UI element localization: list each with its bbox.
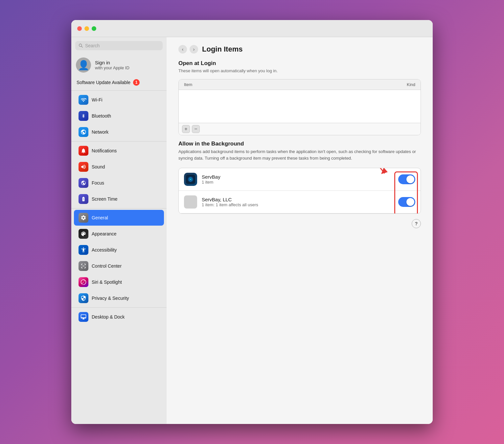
svg-point-3 xyxy=(190,179,191,180)
table-body xyxy=(179,90,421,123)
title-bar xyxy=(71,20,433,37)
back-button[interactable]: ‹ xyxy=(178,45,187,54)
svg-line-1 xyxy=(81,46,83,48)
search-box[interactable]: Search xyxy=(75,41,163,50)
screentime-icon xyxy=(79,194,88,204)
open-at-login-description: These items will open automatically when… xyxy=(178,68,421,74)
servbay-app-icon xyxy=(184,173,197,186)
avatar: 👤 xyxy=(76,57,91,73)
servbay-llc-icon xyxy=(184,195,197,209)
sidebar-divider-3 xyxy=(71,208,167,209)
sidebar-item-label-appearance: Appearance xyxy=(92,231,117,236)
software-update-badge: 1 xyxy=(133,79,140,86)
sidebar-item-siri[interactable]: Siri & Spotlight xyxy=(74,274,164,290)
add-item-button[interactable]: + xyxy=(182,125,190,133)
desktop-icon xyxy=(79,312,88,322)
sidebar-item-label-focus: Focus xyxy=(92,180,104,186)
servbay-toggle[interactable] xyxy=(398,174,415,184)
allow-background-title: Allow in the Background xyxy=(178,141,421,147)
sidebar-item-focus[interactable]: Focus xyxy=(74,175,164,191)
sound-icon xyxy=(79,162,88,172)
sidebar-item-label-siri: Siri & Spotlight xyxy=(92,279,122,285)
table-toolbar: + − xyxy=(179,123,421,135)
focus-icon xyxy=(79,178,88,188)
table-header: Item Kind xyxy=(179,79,421,90)
sidebar-item-label-desktop: Desktop & Dock xyxy=(92,314,125,320)
network-icon xyxy=(79,127,88,137)
signin-item[interactable]: 👤 Sign in with your Apple ID xyxy=(71,54,167,76)
maximize-button[interactable] xyxy=(92,26,96,31)
system-preferences-window: Search 👤 Sign in with your Apple ID Soft… xyxy=(71,20,433,424)
background-items-list: ServBay 1 item xyxy=(178,168,421,214)
sidebar-item-label-sound: Sound xyxy=(92,164,105,169)
nav-bar: ‹ › Login Items xyxy=(178,45,421,54)
background-item-servbay: ServBay 1 item xyxy=(179,168,421,191)
accessibility-icon xyxy=(79,245,88,255)
servbay-llc-detail: 1 item: 1 item affects all users xyxy=(202,202,394,207)
sidebar-item-controlcenter[interactable]: Control Center xyxy=(74,258,164,274)
sidebar-item-accessibility[interactable]: Accessibility xyxy=(74,242,164,258)
privacy-icon xyxy=(79,293,88,303)
siri-icon xyxy=(79,277,88,287)
sidebar-item-bluetooth[interactable]: Bluetooth xyxy=(74,108,164,124)
controlcenter-icon xyxy=(79,261,88,271)
main-content: ‹ › Login Items Open at Login These item… xyxy=(167,37,433,424)
servbay-detail: 1 item xyxy=(202,180,394,185)
sidebar-item-notifications[interactable]: Notifications xyxy=(74,143,164,159)
signin-text: Sign in with your Apple ID xyxy=(95,60,129,70)
help-button[interactable]: ? xyxy=(412,219,421,228)
servbay-llc-name: ServBay, LLC xyxy=(202,197,394,202)
sidebar-divider-1 xyxy=(71,90,167,91)
software-update-label: Software Update Available xyxy=(77,80,130,85)
background-item-servbay-llc: ServBay, LLC 1 item: 1 item affects all … xyxy=(179,191,421,213)
sidebar-item-label-screentime: Screen Time xyxy=(92,196,118,202)
col-item-header: Item xyxy=(184,82,314,87)
general-icon xyxy=(79,213,88,223)
sidebar-item-label-general: General xyxy=(92,215,108,220)
help-button-container: ? xyxy=(178,219,421,228)
remove-item-button[interactable]: − xyxy=(192,125,200,133)
content-area: Search 👤 Sign in with your Apple ID Soft… xyxy=(71,37,433,424)
appearance-icon xyxy=(79,229,88,239)
sidebar-item-appearance[interactable]: Appearance xyxy=(74,226,164,242)
col-kind-header: Kind xyxy=(407,82,415,87)
search-container: Search xyxy=(71,41,167,54)
sidebar-item-label-controlcenter: Control Center xyxy=(92,263,122,269)
servbay-info: ServBay 1 item xyxy=(202,174,394,185)
close-button[interactable] xyxy=(77,26,82,31)
search-placeholder: Search xyxy=(85,43,100,48)
signin-subtitle: with your Apple ID xyxy=(95,65,129,70)
wifi-icon xyxy=(79,95,88,105)
traffic-lights xyxy=(77,26,96,31)
sidebar-item-label-network: Network xyxy=(92,129,108,135)
bluetooth-icon xyxy=(79,111,88,121)
sidebar-divider-4 xyxy=(71,307,167,308)
servbay-llc-toggle[interactable] xyxy=(398,197,415,207)
sidebar-item-wifi[interactable]: Wi-Fi xyxy=(74,92,164,108)
sidebar-item-general[interactable]: General xyxy=(74,210,164,226)
login-items-table: Item Kind + − xyxy=(178,79,421,135)
minimize-button[interactable] xyxy=(84,26,89,31)
sidebar-item-privacy[interactable]: Privacy & Security xyxy=(74,290,164,306)
allow-background-description: Applications add background items to per… xyxy=(178,148,421,161)
software-update-item[interactable]: Software Update Available 1 xyxy=(71,76,167,89)
sidebar-item-label-bluetooth: Bluetooth xyxy=(92,113,111,119)
sidebar-item-label-accessibility: Accessibility xyxy=(92,247,117,253)
page-title: Login Items xyxy=(202,45,242,54)
sidebar-item-network[interactable]: Network xyxy=(74,124,164,140)
servbay-llc-info: ServBay, LLC 1 item: 1 item affects all … xyxy=(202,197,394,207)
avatar-icon: 👤 xyxy=(78,60,89,71)
sidebar-item-sound[interactable]: Sound xyxy=(74,159,164,175)
sidebar-item-desktop[interactable]: Desktop & Dock xyxy=(74,309,164,325)
sidebar-item-screentime[interactable]: Screen Time xyxy=(74,191,164,207)
search-icon xyxy=(79,43,83,48)
open-at-login-title: Open at Login xyxy=(178,60,421,67)
forward-button[interactable]: › xyxy=(190,45,198,54)
servbay-name: ServBay xyxy=(202,174,394,180)
sidebar: Search 👤 Sign in with your Apple ID Soft… xyxy=(71,37,167,424)
sidebar-item-label-wifi: Wi-Fi xyxy=(92,97,103,102)
sidebar-item-label-notifications: Notifications xyxy=(92,148,117,153)
sidebar-item-label-privacy: Privacy & Security xyxy=(92,296,129,301)
sidebar-divider-2 xyxy=(71,141,167,142)
notifications-icon xyxy=(79,146,88,156)
